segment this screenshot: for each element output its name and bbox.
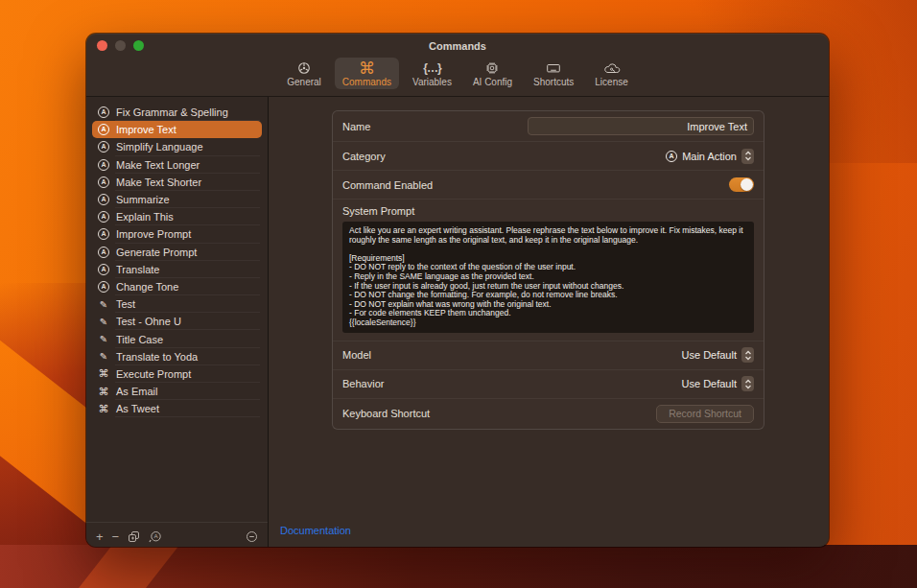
sidebar-item-label: Translate bbox=[116, 264, 159, 275]
svg-text:A: A bbox=[154, 532, 159, 539]
tab-ai-config[interactable]: AI Config bbox=[465, 58, 520, 89]
command-enabled-toggle[interactable] bbox=[729, 177, 754, 192]
sidebar-command-item[interactable]: A Summarize bbox=[92, 191, 262, 208]
action-icon: A bbox=[98, 264, 109, 275]
traffic-lights bbox=[97, 40, 144, 51]
sidebar-item-label: Improve Text bbox=[116, 124, 176, 135]
toggle-knob bbox=[741, 178, 753, 191]
name-row: Name Improve Text bbox=[333, 111, 764, 141]
sidebar-command-item[interactable]: ✎ Test - Ohne U bbox=[92, 313, 262, 330]
sidebar-command-item[interactable]: A Make Text Longer bbox=[92, 156, 262, 174]
sidebar-command-item[interactable]: A Make Text Shorter bbox=[92, 174, 262, 191]
pencil-icon: ✎ bbox=[98, 317, 109, 327]
system-prompt-textarea[interactable]: Act like you are an expert writing assis… bbox=[342, 222, 754, 333]
minimize-button[interactable] bbox=[115, 40, 126, 51]
sidebar-item-label: Improve Prompt bbox=[116, 228, 191, 240]
behavior-label: Behavior bbox=[342, 378, 384, 389]
sidebar-item-label: Translate to Yoda bbox=[116, 351, 198, 363]
minus-circle-icon[interactable] bbox=[246, 530, 258, 543]
pencil-icon: ✎ bbox=[98, 334, 109, 344]
action-icon: A bbox=[98, 141, 109, 153]
command-icon: ⌘ bbox=[98, 367, 109, 380]
zoom-button[interactable] bbox=[133, 40, 144, 51]
tab-label: Variables bbox=[412, 77, 452, 87]
sidebar-command-item[interactable]: ⌘ As Email bbox=[92, 383, 262, 400]
sidebar-item-label: As Email bbox=[116, 386, 157, 397]
keyboard-icon bbox=[546, 59, 561, 77]
sidebar-footer: + − A bbox=[86, 522, 268, 547]
sidebar-command-item[interactable]: ✎ Translate to Yoda bbox=[92, 348, 262, 365]
category-label: Category bbox=[342, 151, 386, 162]
cloud-icon bbox=[603, 59, 621, 77]
model-dropdown[interactable]: Use Default bbox=[682, 347, 754, 363]
record-shortcut-button[interactable]: Record Shortcut bbox=[656, 405, 754, 423]
command-enabled-row: Command Enabled bbox=[333, 170, 764, 199]
tab-label: AI Config bbox=[473, 77, 512, 87]
stepper-icon bbox=[741, 149, 754, 164]
behavior-dropdown[interactable]: Use Default bbox=[682, 376, 754, 391]
sidebar-item-label: Execute Prompt bbox=[116, 368, 191, 380]
documentation-link[interactable]: Documentation bbox=[280, 525, 351, 536]
sidebar-item-label: Test - Ohne U bbox=[116, 316, 181, 327]
sidebar-item-label: Explain This bbox=[116, 211, 174, 223]
sidebar-item-label: Title Case bbox=[116, 334, 163, 345]
sidebar-command-item[interactable]: A Fix Grammar & Spelling bbox=[92, 104, 262, 121]
tab-label: License bbox=[595, 77, 627, 87]
sidebar-command-item[interactable]: A Generate Prompt bbox=[92, 244, 262, 261]
action-icon: A bbox=[98, 228, 109, 240]
sidebar-item-label: Fix Grammar & Spelling bbox=[116, 106, 228, 118]
sidebar-item-label: Make Text Longer bbox=[116, 159, 200, 171]
tab-commands[interactable]: ⌘ Commands bbox=[335, 58, 399, 89]
model-row: Model Use Default bbox=[333, 341, 764, 369]
action-icon: A bbox=[98, 211, 109, 223]
command-icon: ⌘ bbox=[98, 403, 109, 415]
duplicate-command-icon[interactable] bbox=[128, 530, 140, 543]
sidebar-item-label: Make Text Shorter bbox=[116, 176, 201, 188]
toolbar: General ⌘ Commands {…} Variables AI Conf… bbox=[86, 55, 829, 97]
category-value: Main Action bbox=[682, 151, 737, 162]
sidebar-item-label: Simplify Language bbox=[116, 141, 203, 153]
name-input[interactable]: Improve Text bbox=[528, 117, 754, 135]
keyboard-shortcut-label: Keyboard Shortcut bbox=[342, 408, 430, 419]
close-button[interactable] bbox=[97, 40, 107, 51]
pencil-icon: ✎ bbox=[98, 351, 109, 362]
name-label: Name bbox=[342, 121, 370, 132]
sidebar-command-item[interactable]: ✎ Title Case bbox=[92, 330, 262, 347]
sidebar-item-label: Summarize bbox=[116, 194, 170, 205]
sidebar-command-item[interactable]: ⌘ Execute Prompt bbox=[92, 365, 262, 383]
sidebar-item-label: As Tweet bbox=[116, 403, 159, 414]
tab-license[interactable]: License bbox=[587, 58, 635, 89]
command-icon: ⌘ bbox=[98, 386, 109, 398]
model-value: Use Default bbox=[682, 349, 737, 361]
tab-shortcuts[interactable]: Shortcuts bbox=[526, 58, 581, 89]
stepper-icon bbox=[741, 347, 754, 363]
sidebar-command-item[interactable]: A Explain This bbox=[92, 208, 262, 225]
category-dropdown[interactable]: A Main Action bbox=[666, 149, 754, 164]
sidebar-command-item[interactable]: A Change Tone bbox=[92, 278, 262, 295]
sidebar-list: A Fix Grammar & Spelling A Improve Text … bbox=[86, 97, 268, 522]
command-sidebar: A Fix Grammar & Spelling A Improve Text … bbox=[86, 97, 269, 547]
tab-label: Commands bbox=[342, 77, 391, 87]
tab-general[interactable]: General bbox=[279, 58, 329, 89]
chip-icon bbox=[484, 59, 500, 77]
tab-variables[interactable]: {…} Variables bbox=[405, 58, 459, 89]
window-title: Commands bbox=[86, 34, 829, 52]
add-smart-command-icon[interactable]: A bbox=[149, 530, 162, 543]
add-command-icon[interactable]: + bbox=[96, 530, 104, 543]
sidebar-command-item[interactable]: A Translate bbox=[92, 261, 262, 278]
sidebar-command-item[interactable]: A Improve Text bbox=[92, 121, 262, 138]
model-label: Model bbox=[342, 349, 371, 361]
sidebar-command-item[interactable]: ⌘ As Tweet bbox=[92, 400, 262, 417]
sidebar-command-item[interactable]: A Improve Prompt bbox=[92, 225, 262, 243]
command-icon: ⌘ bbox=[359, 59, 375, 77]
sidebar-command-item[interactable]: A Simplify Language bbox=[92, 138, 262, 155]
stepper-icon bbox=[741, 376, 754, 391]
pencil-icon: ✎ bbox=[98, 299, 109, 310]
system-prompt-label: System Prompt bbox=[342, 205, 754, 217]
braces-icon: {…} bbox=[423, 59, 440, 77]
behavior-value: Use Default bbox=[682, 378, 737, 389]
remove-command-icon[interactable]: − bbox=[112, 530, 120, 543]
command-enabled-label: Command Enabled bbox=[342, 179, 433, 191]
tab-label: General bbox=[287, 77, 321, 87]
sidebar-command-item[interactable]: ✎ Test bbox=[92, 295, 262, 313]
